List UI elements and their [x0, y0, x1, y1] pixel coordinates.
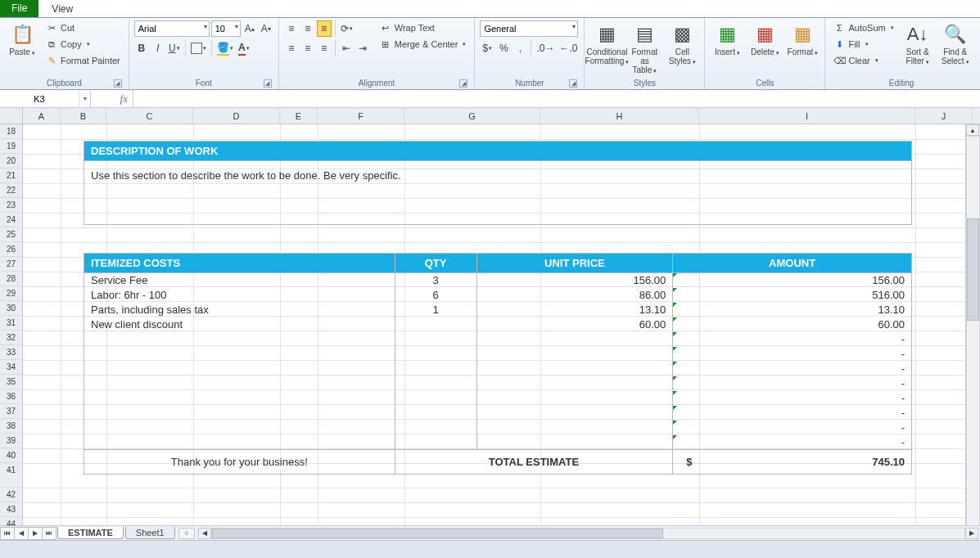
row-header-26[interactable]: 26: [0, 242, 22, 257]
delete-cells-button[interactable]: ▦Delete: [747, 20, 782, 59]
table-row[interactable]: Labor: 6hr - 100686.00516.00: [84, 288, 912, 303]
row-header-25[interactable]: 25: [0, 227, 22, 242]
row-header-34[interactable]: 34: [0, 360, 22, 375]
row-header-37[interactable]: 37: [0, 404, 22, 419]
cell-styles-button[interactable]: ▩Cell Styles: [665, 20, 699, 68]
sheet-tab-sheet1[interactable]: Sheet1: [125, 527, 175, 539]
row-header-24[interactable]: 24: [0, 213, 22, 227]
sheet-tab-estimate[interactable]: ESTIMATE: [57, 527, 124, 539]
h-scroll-thumb[interactable]: [212, 529, 664, 538]
grow-font-button[interactable]: A▴: [242, 20, 257, 37]
borders-button[interactable]: [189, 40, 208, 56]
col-header-J[interactable]: J: [915, 108, 973, 124]
tab-view[interactable]: View: [38, 1, 120, 17]
font-launcher[interactable]: ◢: [264, 79, 272, 88]
tab-nav-last-icon[interactable]: ⏭: [42, 527, 56, 540]
row-header-31[interactable]: 31: [0, 316, 22, 331]
formula-bar[interactable]: [133, 90, 980, 107]
table-row[interactable]: New client discount60.0060.00: [84, 317, 912, 332]
col-header-H[interactable]: H: [540, 108, 699, 124]
col-header-E[interactable]: E: [280, 108, 318, 124]
row-header-42[interactable]: 42: [0, 488, 22, 502]
tab-nav-next-icon[interactable]: ▶: [28, 527, 43, 540]
name-box[interactable]: [0, 91, 79, 107]
format-cells-button[interactable]: ▦Format: [785, 20, 820, 59]
insert-cells-button[interactable]: ▦Insert: [710, 20, 744, 59]
row-header-22[interactable]: 22: [0, 183, 22, 198]
format-as-table-button[interactable]: ▤Format as Table: [627, 20, 662, 77]
cut-button[interactable]: ✂Cut: [43, 20, 124, 36]
fx-icon[interactable]: fx: [91, 90, 133, 107]
row-header-27[interactable]: 27: [0, 257, 22, 272]
col-header-I[interactable]: I: [699, 108, 915, 124]
col-header-C[interactable]: C: [106, 108, 193, 124]
clear-button[interactable]: ⌫Clear▾: [830, 52, 896, 69]
align-bottom-button[interactable]: ≡: [317, 20, 332, 37]
table-row[interactable]: -: [84, 362, 912, 376]
table-row[interactable]: Service Fee3156.00156.00: [84, 273, 912, 288]
font-size-combo[interactable]: [211, 20, 241, 37]
table-row[interactable]: -: [84, 406, 912, 421]
col-header-D[interactable]: D: [193, 108, 280, 124]
table-row[interactable]: -: [84, 347, 912, 362]
number-format-combo[interactable]: [480, 20, 578, 37]
table-row[interactable]: -: [84, 376, 912, 391]
underline-button[interactable]: U: [167, 40, 182, 56]
col-header-A[interactable]: A: [23, 108, 61, 124]
row-header-32[interactable]: 32: [0, 331, 22, 345]
align-top-button[interactable]: ≡: [284, 20, 299, 37]
new-sheet-button[interactable]: ✧: [178, 528, 195, 539]
copy-button[interactable]: ⧉Copy▾: [43, 36, 124, 52]
tab-nav-first-icon[interactable]: ⏮: [0, 527, 15, 540]
row-header-39[interactable]: 39: [0, 434, 22, 448]
find-select-button[interactable]: 🔍Find & Select: [938, 20, 973, 68]
scroll-left-icon[interactable]: ◀: [198, 528, 211, 539]
tab-nav-prev-icon[interactable]: ◀: [14, 527, 29, 540]
row-header-41[interactable]: 41: [0, 463, 22, 488]
row-header-38[interactable]: 38: [0, 419, 22, 434]
row-header-40[interactable]: 40: [0, 448, 22, 463]
tab-file[interactable]: File: [0, 0, 38, 17]
col-header-B[interactable]: B: [61, 108, 106, 124]
row-header-33[interactable]: 33: [0, 345, 22, 360]
inc-indent-button[interactable]: ⇥: [355, 40, 370, 56]
conditional-formatting-button[interactable]: ▦Conditional Formatting: [589, 20, 624, 68]
select-all-corner[interactable]: [0, 108, 23, 124]
row-header-18[interactable]: 18: [0, 124, 22, 139]
row-header-20[interactable]: 20: [0, 154, 22, 169]
row-header-43[interactable]: 43: [0, 502, 22, 517]
autosum-button[interactable]: ΣAutoSum▾: [830, 20, 896, 36]
v-scroll-thumb[interactable]: [967, 218, 979, 321]
col-header-G[interactable]: G: [404, 108, 540, 124]
italic-button[interactable]: I: [151, 40, 165, 56]
paste-button[interactable]: 📋 Paste: [5, 20, 39, 59]
row-header-23[interactable]: 23: [0, 198, 22, 213]
bold-button[interactable]: B: [134, 40, 149, 56]
table-row[interactable]: -: [84, 421, 912, 435]
row-header-19[interactable]: 19: [0, 139, 22, 154]
scroll-up-icon[interactable]: ▲: [966, 124, 979, 136]
dec-decimal-button[interactable]: ←.0: [558, 40, 579, 56]
font-name-combo[interactable]: [134, 20, 210, 37]
row-header-35[interactable]: 35: [0, 375, 22, 389]
row-header-29[interactable]: 29: [0, 286, 22, 301]
fill-color-button[interactable]: 🪣: [215, 40, 235, 56]
alignment-launcher[interactable]: ◢: [459, 79, 467, 88]
percent-format-button[interactable]: %: [496, 40, 511, 56]
format-painter-button[interactable]: ✎Format Painter: [43, 52, 124, 69]
table-row[interactable]: -: [84, 332, 912, 347]
table-row[interactable]: -: [84, 391, 912, 406]
horizontal-scrollbar[interactable]: ◀ ▶: [211, 528, 965, 539]
align-left-button[interactable]: ≡: [284, 40, 299, 56]
orientation-button[interactable]: ⟳: [339, 20, 355, 37]
wrap-text-button[interactable]: ↩Wrap Text: [377, 20, 470, 36]
dec-indent-button[interactable]: ⇤: [339, 40, 354, 56]
row-header-36[interactable]: 36: [0, 389, 22, 404]
shrink-font-button[interactable]: A▾: [259, 20, 273, 37]
font-color-button[interactable]: A: [237, 40, 251, 56]
scroll-right-icon[interactable]: ▶: [965, 528, 978, 539]
align-center-button[interactable]: ≡: [300, 40, 315, 56]
inc-decimal-button[interactable]: .0→: [535, 40, 556, 56]
fill-button[interactable]: ⬇Fill▾: [830, 36, 896, 52]
align-right-button[interactable]: ≡: [317, 40, 332, 56]
